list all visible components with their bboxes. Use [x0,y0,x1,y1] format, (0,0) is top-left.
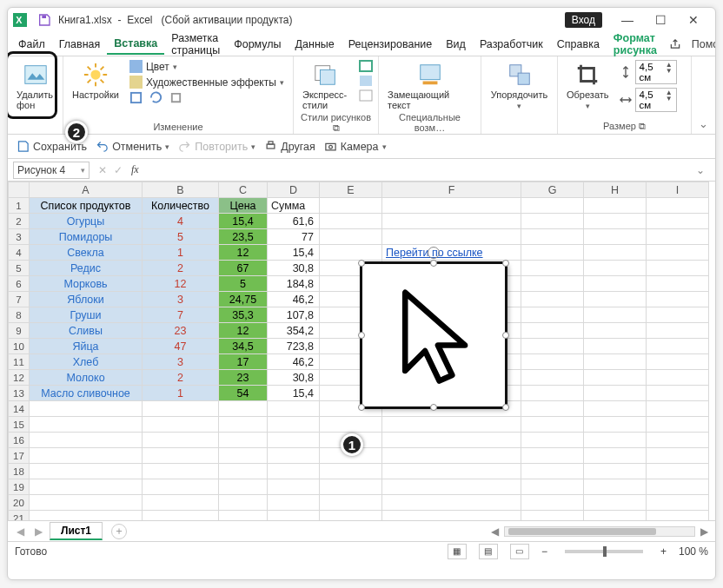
cell-H12[interactable] [584,370,647,386]
cell-I6[interactable] [647,276,709,292]
row-header-18[interactable]: 18 [9,464,30,479]
tab-developer[interactable]: Разработчик [473,35,550,54]
cell-E19[interactable] [320,479,382,495]
cell-I21[interactable] [647,511,709,521]
cell-F18[interactable] [382,464,521,479]
cell-G17[interactable] [521,448,584,464]
cell-D3[interactable]: 77 [268,229,320,245]
cell-C20[interactable] [219,495,268,511]
cell-C8[interactable]: 35,3 [219,307,268,323]
cell-G11[interactable] [521,354,584,370]
cell-B12[interactable]: 2 [143,370,219,386]
cell-H14[interactable] [584,401,647,417]
cell-H2[interactable] [584,214,647,229]
cell-B16[interactable] [143,433,219,448]
picture-layout-icon[interactable] [359,89,373,102]
cell-G21[interactable] [521,511,584,521]
cell-B8[interactable]: 7 [143,307,219,323]
resize-handle-n[interactable] [430,260,437,267]
row-header-15[interactable]: 15 [9,417,30,433]
cell-D17[interactable] [268,448,320,464]
cell-A12[interactable]: Молоко [30,370,143,386]
qat-undo[interactable]: Отменить [96,140,169,153]
cell-C7[interactable]: 24,75 [219,292,268,307]
row-header-11[interactable]: 11 [9,354,30,370]
row-header-19[interactable]: 19 [9,479,30,495]
cell-D16[interactable] [268,433,320,448]
cell-E1[interactable] [320,198,382,214]
cell-D4[interactable]: 15,4 [268,245,320,261]
cell-B5[interactable]: 2 [143,261,219,276]
sheet-nav-next[interactable]: ▶ [31,525,46,538]
alt-text-button[interactable]: Замещающий текст [384,60,475,112]
hscroll-left[interactable]: ◀ [491,525,499,538]
cell-C9[interactable]: 12 [219,323,268,339]
col-header-A[interactable]: A [30,182,143,198]
cell-G14[interactable] [521,401,584,417]
reset-picture-icon[interactable] [169,91,182,104]
hscroll-thumb[interactable] [508,528,656,535]
cell-G12[interactable] [521,370,584,386]
cell-H19[interactable] [584,479,647,495]
tab-insert[interactable]: Вставка [107,34,164,55]
cell-H8[interactable] [584,307,647,323]
rotate-handle[interactable] [428,247,440,259]
zoom-in-button[interactable]: + [660,545,667,558]
cell-E15[interactable] [320,417,382,433]
cell-D5[interactable]: 30,8 [268,261,320,276]
cell-E2[interactable] [320,214,382,229]
col-header-B[interactable]: B [143,182,219,198]
cell-D20[interactable] [268,495,320,511]
row-header-16[interactable]: 16 [9,433,30,448]
view-normal-icon[interactable]: ▦ [448,544,467,559]
row-header-8[interactable]: 8 [9,307,30,323]
cell-H7[interactable] [584,292,647,307]
row-header-13[interactable]: 13 [9,386,30,401]
cell-I7[interactable] [647,292,709,307]
cell-C14[interactable] [219,401,268,417]
cell-B3[interactable]: 5 [143,229,219,245]
resize-handle-e[interactable] [502,332,509,339]
row-header-6[interactable]: 6 [9,276,30,292]
cell-B19[interactable] [143,479,219,495]
cell-C5[interactable]: 67 [219,261,268,276]
cell-I9[interactable] [647,323,709,339]
cell-I3[interactable] [647,229,709,245]
cell-D19[interactable] [268,479,320,495]
cell-C3[interactable]: 23,5 [219,229,268,245]
cell-H18[interactable] [584,464,647,479]
row-header-5[interactable]: 5 [9,261,30,276]
close-button[interactable]: ✕ [677,10,710,30]
cell-G20[interactable] [521,495,584,511]
cell-G1[interactable] [521,198,584,214]
row-header-20[interactable]: 20 [9,495,30,511]
add-sheet-button[interactable]: ＋ [111,524,127,539]
cell-I14[interactable] [647,401,709,417]
cell-H17[interactable] [584,448,647,464]
artistic-effects-dropdown[interactable]: Художественные эффекты [129,76,284,89]
formula-input[interactable] [148,162,691,179]
cell-H10[interactable] [584,339,647,354]
express-styles-button[interactable]: Экспресс-стили [299,60,352,112]
resize-handle-sw[interactable] [358,404,365,411]
cell-F17[interactable] [382,448,521,464]
cell-H11[interactable] [584,354,647,370]
hscroll-right[interactable]: ▶ [700,525,708,538]
cell-E3[interactable] [320,229,382,245]
height-field[interactable]: 4,5 см▲▼ [620,60,677,84]
cell-C16[interactable] [219,433,268,448]
cell-I1[interactable] [647,198,709,214]
cell-I19[interactable] [647,479,709,495]
cell-E21[interactable] [320,511,382,521]
cell-G18[interactable] [521,464,584,479]
expand-formula-icon[interactable]: ⌄ [691,164,710,176]
cell-G4[interactable] [521,245,584,261]
cell-A15[interactable] [30,417,143,433]
cell-I4[interactable] [647,245,709,261]
cell-B13[interactable]: 1 [143,386,219,401]
cell-I8[interactable] [647,307,709,323]
cell-B11[interactable]: 3 [143,354,219,370]
cell-F15[interactable] [382,417,521,433]
cell-F3[interactable] [382,229,521,245]
cell-H13[interactable] [584,386,647,401]
